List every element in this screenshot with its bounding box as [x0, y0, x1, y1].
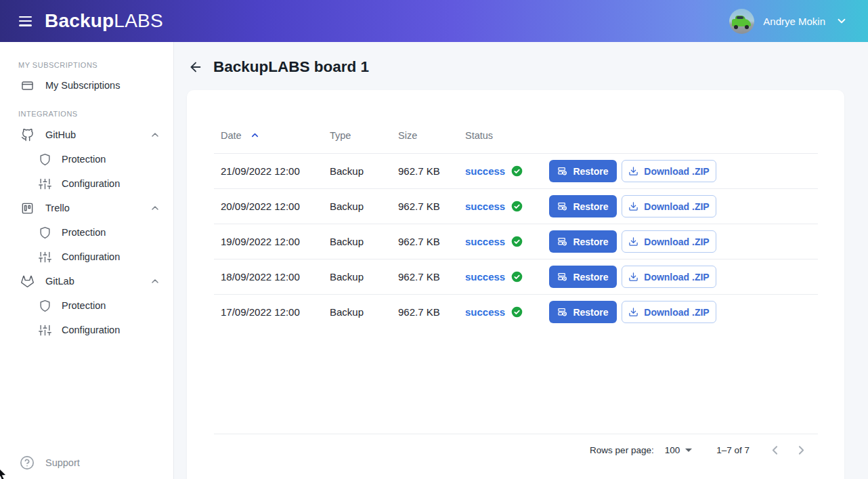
rows-per-page-label: Rows per page:	[590, 445, 654, 455]
download-zip-button[interactable]: Download .ZIP	[622, 195, 716, 217]
support-label: Support	[45, 457, 80, 468]
cell-type: Backup	[323, 271, 391, 283]
column-header-date[interactable]: Date	[214, 130, 323, 141]
download-zip-button[interactable]: Download .ZIP	[622, 301, 716, 323]
restore-button-label: Restore	[573, 307, 608, 318]
status-text: success	[465, 306, 505, 318]
cell-type: Backup	[323, 306, 391, 318]
cell-status: success	[458, 165, 549, 177]
section-label-my-subscriptions: MY SUBSCRIPTIONS	[18, 61, 173, 69]
chevron-up-icon[interactable]	[150, 203, 160, 213]
back-arrow-icon[interactable]	[188, 60, 203, 75]
page-title: BackupLABS board 1	[213, 58, 369, 76]
download-icon	[628, 236, 638, 247]
restore-button[interactable]: Restore	[549, 266, 617, 288]
sidebar-item-gitlab-configuration[interactable]: Configuration	[0, 318, 173, 342]
success-check-icon	[511, 271, 523, 283]
help-icon	[20, 455, 35, 470]
sidebar-item-gitlab-protection[interactable]: Protection	[0, 293, 173, 318]
cell-status: success	[458, 201, 549, 212]
restore-icon	[557, 272, 567, 282]
success-check-icon	[511, 306, 523, 318]
cell-status: success	[458, 306, 549, 318]
sidebar-item-my-subscriptions[interactable]: My Subscriptions	[0, 73, 173, 98]
cell-type: Backup	[323, 201, 391, 212]
sort-asc-icon[interactable]	[250, 130, 260, 140]
backups-card: Date Type Size Status 21/09/2022 12:00 B…	[187, 90, 844, 479]
cell-actions: Restore Download .ZIP	[549, 160, 818, 182]
sidebar-item-gitlab[interactable]: GitLab	[0, 269, 173, 293]
menu-icon[interactable]	[19, 16, 32, 26]
cell-date: 17/09/2022 12:00	[214, 306, 323, 318]
app-logo[interactable]: BackupLABS	[45, 10, 163, 32]
download-zip-button[interactable]: Download .ZIP	[622, 230, 716, 253]
column-header-status[interactable]: Status	[458, 130, 549, 141]
column-header-size[interactable]: Size	[391, 130, 458, 141]
sidebar-item-github-protection[interactable]: Protection	[0, 147, 173, 171]
cell-type: Backup	[323, 236, 391, 247]
chevron-up-icon[interactable]	[150, 276, 160, 287]
download-zip-button[interactable]: Download .ZIP	[622, 266, 716, 288]
restore-icon	[557, 166, 567, 176]
restore-button[interactable]: Restore	[549, 195, 617, 217]
sidebar-item-github-configuration[interactable]: Configuration	[0, 171, 173, 196]
table-row: 20/09/2022 12:00 Backup 962.7 KB success…	[214, 188, 818, 224]
previous-page-icon[interactable]	[768, 443, 782, 457]
sidebar: MY SUBSCRIPTIONS My Subscriptions INTEGR…	[0, 42, 174, 479]
github-icon	[21, 129, 34, 142]
download-zip-button[interactable]: Download .ZIP	[622, 160, 716, 182]
restore-button[interactable]: Restore	[549, 160, 617, 182]
cell-status: success	[458, 271, 549, 283]
trello-icon	[21, 202, 34, 215]
restore-button[interactable]: Restore	[549, 230, 617, 253]
table-row: 18/09/2022 12:00 Backup 962.7 KB success…	[214, 259, 818, 294]
sliders-icon	[39, 178, 51, 190]
shield-icon	[39, 299, 51, 312]
download-icon	[628, 166, 638, 176]
sub-item-label: Configuration	[62, 251, 120, 262]
table-header: Date Type Size Status	[214, 90, 818, 153]
chevron-down-icon	[836, 15, 848, 27]
table-body: 21/09/2022 12:00 Backup 962.7 KB success…	[214, 153, 818, 329]
success-check-icon	[511, 236, 523, 247]
cell-size: 962.7 KB	[391, 306, 458, 318]
download-button-label: Download .ZIP	[644, 272, 709, 283]
cell-actions: Restore Download .ZIP	[549, 195, 818, 217]
integration-label: Trello	[45, 203, 70, 213]
integration-label: GitLab	[45, 276, 74, 287]
sidebar-item-support[interactable]: Support	[20, 455, 80, 470]
sub-item-label: Protection	[62, 154, 106, 165]
cell-date: 20/09/2022 12:00	[214, 201, 323, 212]
restore-button-label: Restore	[573, 166, 608, 177]
user-menu[interactable]: Andrye Mokin	[729, 0, 848, 42]
caret-down-icon	[685, 449, 692, 452]
sub-item-label: Configuration	[62, 178, 120, 189]
restore-button-label: Restore	[573, 272, 608, 283]
sub-item-label: Configuration	[62, 325, 120, 335]
column-header-type[interactable]: Type	[323, 130, 391, 141]
success-check-icon	[511, 165, 523, 177]
logo-bold: Backup	[45, 10, 114, 31]
restore-button[interactable]: Restore	[549, 301, 617, 323]
mouse-cursor	[0, 467, 9, 479]
sidebar-item-trello-configuration[interactable]: Configuration	[0, 245, 173, 269]
sidebar-item-trello-protection[interactable]: Protection	[0, 220, 173, 245]
sub-item-label: Protection	[62, 227, 106, 238]
table-row: 17/09/2022 12:00 Backup 962.7 KB success…	[214, 294, 818, 329]
sidebar-item-trello[interactable]: Trello	[0, 196, 173, 220]
rows-per-page-select[interactable]: 100	[665, 445, 693, 455]
restore-icon	[557, 236, 567, 247]
cell-date: 21/09/2022 12:00	[214, 165, 323, 177]
sidebar-item-github[interactable]: GitHub	[0, 123, 173, 147]
download-icon	[628, 307, 638, 317]
restore-icon	[557, 201, 567, 211]
restore-icon	[557, 307, 567, 317]
status-text: success	[465, 165, 505, 177]
download-button-label: Download .ZIP	[644, 166, 709, 177]
chevron-up-icon[interactable]	[150, 129, 160, 140]
integration-label: GitHub	[45, 129, 76, 140]
download-button-label: Download .ZIP	[644, 307, 709, 318]
next-page-icon[interactable]	[794, 443, 808, 457]
cell-size: 962.7 KB	[391, 271, 458, 283]
cell-actions: Restore Download .ZIP	[549, 266, 818, 288]
